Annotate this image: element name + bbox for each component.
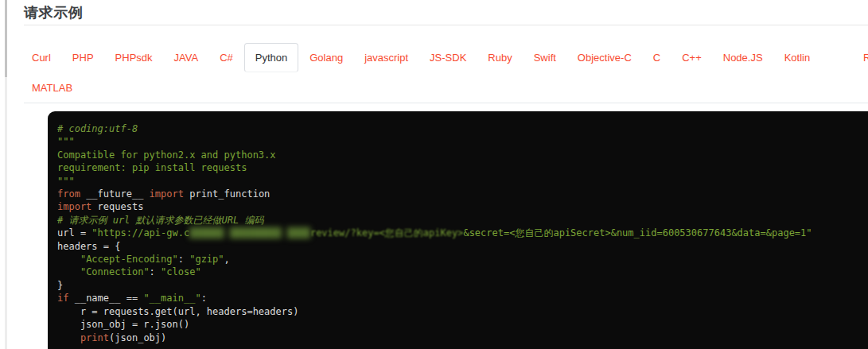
tab-c[interactable]: C (653, 52, 660, 64)
code-segment-plain: r = requests.get(url, headers=headers) (57, 306, 298, 317)
language-tabs: CurlPHPPHPsdkJAVAC#PythonGolangjavascrip… (24, 42, 868, 103)
tab-ruby[interactable]: Ruby (488, 52, 512, 64)
tab-r-clipped[interactable]: R (863, 42, 868, 72)
code-segment-plain: headers = { (57, 241, 120, 252)
tab-golang[interactable]: Golang (309, 52, 343, 64)
tab-objective-c[interactable]: Objective-C (578, 52, 632, 64)
code-line: url = "https://api-gw.c██████ █████████ … (57, 227, 860, 239)
code-segment-str: "Connection" (80, 266, 150, 277)
code-segment-kw: import (57, 201, 91, 212)
left-scrollbar-track[interactable] (5, 0, 7, 349)
code-line: json_obj = r.json() (57, 318, 860, 331)
code-line: headers = { (57, 240, 860, 253)
page-title: 请求示例 (24, 3, 83, 22)
tab-swift[interactable]: Swift (534, 52, 556, 64)
code-line: if __name__ == "__main__": (57, 292, 860, 304)
code-segment-str: "gzip" (189, 254, 224, 265)
code-segment-plain: json_obj = r.json() (57, 319, 189, 330)
tab-php[interactable]: PHP (72, 52, 94, 64)
code-segment-str: """ (57, 176, 75, 187)
code-segment-plain: (json_obj) (109, 332, 166, 343)
code-segment-com: # coding:utf-8 (57, 123, 138, 134)
code-segment-plain: : (178, 254, 189, 265)
code-line: print(json_obj) (57, 332, 860, 344)
code-segment-str: requirement: pip install requests (57, 162, 247, 173)
code-segment-com: # 请求示例 url 默认请求参数已经做URL 编码 (57, 215, 263, 226)
tab-java[interactable]: JAVA (174, 52, 199, 64)
code-segment-str: "close" (161, 266, 201, 277)
code-segment-plain: , (224, 254, 230, 265)
code-segment-blur: ██████ █████████ ████ (189, 227, 310, 239)
tab-c[interactable]: C++ (682, 52, 702, 64)
code-segment-plain: } (57, 280, 63, 291)
code-segment-plain: requests (91, 201, 143, 212)
code-segment-str: "https://api-gw.c (91, 227, 189, 238)
code-segment-plain (57, 254, 80, 265)
code-segment-str: &secret=<您自己的apiSecret>&num_iid=60053067… (463, 227, 812, 238)
code-line: """ (57, 175, 860, 188)
code-segment-plain: : (150, 266, 161, 277)
code-segment-plain: __future__ (80, 188, 150, 200)
code-line: # 请求示例 url 默认请求参数已经做URL 编码 (57, 214, 860, 227)
code-segment-plain (57, 266, 80, 277)
code-line: "Accept-Encoding": "gzip", (57, 253, 860, 266)
tab-row-1: CurlPHPPHPsdkJAVAC#PythonGolangjavascrip… (24, 42, 868, 72)
code-line: r = requests.get(url, headers=headers) (57, 305, 860, 318)
left-scrollbar-thumb[interactable] (5, 0, 7, 77)
tab-c[interactable]: C# (220, 52, 233, 64)
tab-matlab[interactable]: MATLAB (32, 82, 72, 94)
code-segment-str: """ (57, 136, 75, 147)
code-line: import requests (57, 200, 860, 213)
code-line: requirement: pip install requests (57, 161, 860, 174)
code-line: from __future__ import print_function (57, 188, 860, 200)
code-line: "Connection": "close" (57, 266, 860, 278)
code-line: """ (57, 135, 860, 148)
tabs-bottom-divider (24, 103, 868, 103)
tab-phpsdk[interactable]: PHPsdk (115, 52, 153, 64)
code-segment-kw: if (57, 293, 68, 304)
code-segment-soft: review/?key=<您自己的apiKey> (310, 227, 464, 239)
code-segment-plain (57, 332, 80, 343)
tab-python[interactable]: Python (244, 43, 298, 72)
code-line: # coding:utf-8 (57, 122, 860, 135)
code-segment-kw: import (150, 188, 184, 200)
tab-javascript[interactable]: javascript (364, 52, 408, 64)
code-segment-kw: print (80, 332, 109, 343)
tab-curl[interactable]: Curl (32, 52, 51, 64)
code-segment-kw: from (57, 188, 80, 200)
code-line: } (57, 279, 860, 292)
code-segment-str: "__main__" (143, 293, 200, 304)
tab-kotlin[interactable]: Kotlin (784, 52, 811, 64)
code-segment-plain: print_function (184, 188, 270, 200)
code-block: # coding:utf-8"""Compatible for python2.… (48, 111, 868, 349)
code-segment-str: Compatible for python2.x and python3.x (57, 149, 276, 161)
title-divider (24, 25, 868, 25)
code-segment-str: "Accept-Encoding" (80, 254, 178, 265)
code-segment-plain: : (201, 293, 207, 304)
code-line: Compatible for python2.x and python3.x (57, 149, 860, 161)
code-segment-plain: url = (57, 227, 91, 238)
page: { "page": { "title": "请求示例" }, "tabs": {… (0, 0, 868, 349)
code-segment-plain: __name__ == (68, 293, 143, 304)
tab-row-2: MATLAB (24, 72, 868, 103)
tab-node-js[interactable]: Node.JS (723, 52, 763, 64)
tab-js-sdk[interactable]: JS-SDK (430, 52, 466, 64)
